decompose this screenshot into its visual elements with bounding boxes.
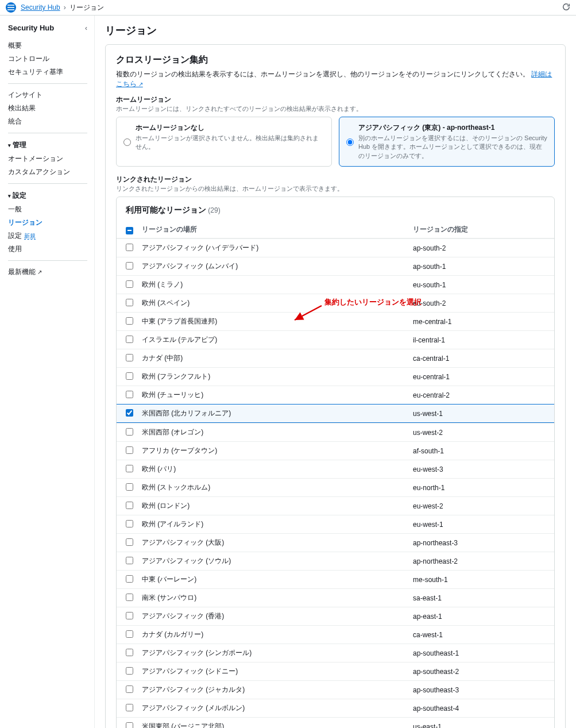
region-checkbox[interactable] <box>126 502 133 509</box>
table-row[interactable]: アジアパシフィック (ジャカルタ)ap-southeast-3 <box>117 680 554 699</box>
table-row[interactable]: 欧州 (パリ)eu-west-3 <box>117 460 554 478</box>
radio-no-home[interactable]: ホームリージョンなし ホームリージョンが選択されていません。検出結果は集約されま… <box>116 117 332 167</box>
region-id: ap-southeast-4 <box>413 704 545 712</box>
region-checkbox[interactable] <box>126 538 133 546</box>
sidebar-section[interactable]: 管理 <box>8 138 87 152</box>
region-checkbox[interactable] <box>126 612 133 619</box>
table-row[interactable]: 米国西部 (オレゴン)us-west-2 <box>117 423 554 441</box>
col-header-name[interactable]: リージョンの場所 <box>142 225 413 234</box>
chevron-right-icon: › <box>64 3 66 11</box>
sidebar-item[interactable]: コントロール <box>8 52 87 66</box>
sidebar-item[interactable]: リージョン <box>8 216 87 229</box>
sidebar-item[interactable]: 最新機能 <box>8 265 87 279</box>
collapse-icon[interactable]: ‹ <box>85 24 87 32</box>
sidebar-item[interactable]: セキュリティ基準 <box>8 66 87 79</box>
radio-tokyo-input[interactable] <box>346 124 354 160</box>
region-id: ca-central-1 <box>413 355 545 363</box>
region-checkbox[interactable] <box>126 409 133 417</box>
table-row[interactable]: アジアパシフィック (シドニー)ap-southeast-2 <box>117 662 554 680</box>
region-checkbox[interactable] <box>126 372 133 380</box>
region-checkbox[interactable] <box>126 354 133 361</box>
table-row[interactable]: 中東 (アラブ首長国連邦)me-central-1 <box>117 312 554 330</box>
table-row[interactable]: アジアパシフィック (メルボルン)ap-southeast-4 <box>117 699 554 717</box>
table-row[interactable]: 米国西部 (北カリフォルニア)us-west-1 <box>117 404 554 423</box>
region-name: 欧州 (ミラノ) <box>142 280 413 290</box>
home-region-desc: ホームリージョンには、リンクされたすべてのリージョンの検出結果が表示されます。 <box>116 105 555 113</box>
sidebar-item[interactable]: インサイト <box>8 88 87 102</box>
select-all-checkbox[interactable] <box>126 227 133 234</box>
region-id: me-central-1 <box>413 318 545 326</box>
region-checkbox[interactable] <box>126 280 133 288</box>
table-row[interactable]: 中東 (バーレーン)me-south-1 <box>117 570 554 588</box>
table-row[interactable]: アジアパシフィック (香港)ap-east-1 <box>117 607 554 625</box>
section-desc: 複数のリージョンの検出結果を表示するには、ホームリージョンを選択し、他のリージョ… <box>116 70 555 89</box>
region-checkbox[interactable] <box>126 704 133 711</box>
region-checkbox[interactable] <box>126 722 133 728</box>
region-name: 米国西部 (オレゴン) <box>142 427 413 437</box>
radio-no-home-input[interactable] <box>123 124 131 160</box>
region-checkbox[interactable] <box>126 685 133 693</box>
region-checkbox[interactable] <box>126 244 133 251</box>
sidebar-item[interactable]: 統合 <box>8 115 87 128</box>
table-row[interactable]: カナダ (カルガリー)ca-west-1 <box>117 625 554 644</box>
sidebar-item[interactable]: オートメーション <box>8 152 87 165</box>
region-name: カナダ (カルガリー) <box>142 630 413 640</box>
region-checkbox[interactable] <box>126 336 133 343</box>
region-checkbox[interactable] <box>126 649 133 656</box>
region-checkbox[interactable] <box>126 391 133 398</box>
radio-tokyo-home[interactable]: アジアパシフィック (東京) - ap-northeast-1 別のホームリージ… <box>339 117 555 167</box>
region-id: us-east-1 <box>413 723 545 728</box>
table-row[interactable]: イスラエル (テルアビブ)il-central-1 <box>117 330 554 349</box>
region-checkbox[interactable] <box>126 575 133 583</box>
table-row[interactable]: 欧州 (ロンドン)eu-west-2 <box>117 496 554 515</box>
region-checkbox[interactable] <box>126 428 133 436</box>
region-checkbox[interactable] <box>126 630 133 638</box>
table-row[interactable]: カナダ (中部)ca-central-1 <box>117 349 554 367</box>
table-row[interactable]: 欧州 (フランクフルト)eu-central-1 <box>117 367 554 386</box>
region-checkbox[interactable] <box>126 317 133 325</box>
sidebar-item[interactable]: 概要 <box>8 39 87 52</box>
region-id: eu-central-2 <box>413 391 545 399</box>
region-checkbox[interactable] <box>126 483 133 491</box>
region-name: 欧州 (ストックホルム) <box>142 483 413 492</box>
regions-table: 利用可能なリージョン (29) リージョンの場所 リージョンの指定 アジアパシフ… <box>116 197 555 728</box>
region-checkbox[interactable] <box>126 520 133 527</box>
table-row[interactable]: アジアパシフィック (ソウル)ap-northeast-2 <box>117 552 554 570</box>
region-name: アジアパシフィック (ハイデラバード) <box>142 243 413 253</box>
sidebar-section[interactable]: 設定 <box>8 188 87 203</box>
region-name: イスラエル (テルアビブ) <box>142 335 413 345</box>
sidebar-item[interactable]: 検出結果 <box>8 102 87 115</box>
sidebar-item[interactable]: カスタムアクション <box>8 165 87 179</box>
table-row[interactable]: 欧州 (アイルランド)eu-west-1 <box>117 515 554 533</box>
table-row[interactable]: アジアパシフィック (シンガポール)ap-southeast-1 <box>117 644 554 662</box>
region-checkbox[interactable] <box>126 446 133 454</box>
region-id: eu-south-1 <box>413 281 545 289</box>
region-id: eu-central-1 <box>413 373 545 381</box>
col-header-id[interactable]: リージョンの指定 <box>413 225 545 234</box>
refresh-icon[interactable] <box>562 3 570 13</box>
breadcrumb-root[interactable]: Security Hub <box>21 3 60 11</box>
sidebar-item[interactable]: 使用 <box>8 242 87 256</box>
table-row[interactable]: アフリカ (ケープタウン)af-south-1 <box>117 441 554 460</box>
region-checkbox[interactable] <box>126 667 133 675</box>
region-checkbox[interactable] <box>126 465 133 472</box>
region-checkbox[interactable] <box>126 262 133 269</box>
radio-tokyo-title: アジアパシフィック (東京) - ap-northeast-1 <box>358 123 547 133</box>
region-checkbox[interactable] <box>126 299 133 306</box>
region-checkbox[interactable] <box>126 594 133 601</box>
table-row[interactable]: アジアパシフィック (大阪)ap-northeast-3 <box>117 533 554 552</box>
table-row[interactable]: 欧州 (チューリッヒ)eu-central-2 <box>117 386 554 404</box>
table-row[interactable]: アジアパシフィック (ハイデラバード)ap-south-2 <box>117 238 554 257</box>
sidebar-item[interactable]: 一般 <box>8 203 87 216</box>
table-row[interactable]: 南米 (サンパウロ)sa-east-1 <box>117 588 554 607</box>
table-row[interactable]: 欧州 (ストックホルム)eu-north-1 <box>117 478 554 496</box>
region-id: eu-west-3 <box>413 465 545 473</box>
menu-icon[interactable] <box>6 2 16 13</box>
table-row[interactable]: 欧州 (ミラノ)eu-south-1 <box>117 275 554 294</box>
sidebar: Security Hub ‹ 概要コントロールセキュリティ基準インサイト検出結果… <box>0 16 95 728</box>
table-row[interactable]: アジアパシフィック (ムンバイ)ap-south-1 <box>117 257 554 275</box>
table-row[interactable]: 米国東部 (バージニア北部)us-east-1 <box>117 717 554 728</box>
sidebar-item[interactable]: 設定新規 <box>8 229 87 242</box>
table-row[interactable]: 欧州 (スペイン)eu-south-2 <box>117 294 554 312</box>
region-checkbox[interactable] <box>126 557 133 564</box>
